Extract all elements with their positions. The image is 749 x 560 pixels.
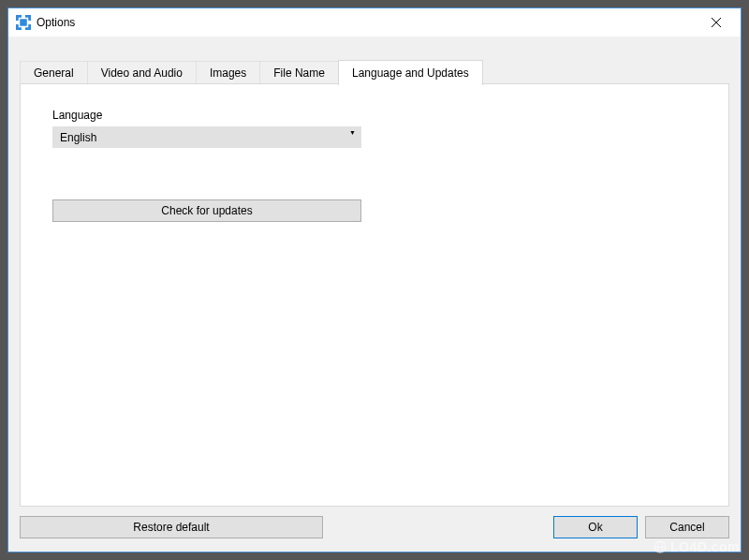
cancel-button[interactable]: Cancel [645, 516, 729, 538]
svg-rect-4 [16, 21, 19, 24]
tab-file-name[interactable]: File Name [259, 61, 338, 84]
restore-default-button[interactable]: Restore default [20, 516, 323, 538]
language-value: English [60, 131, 96, 144]
chevron-down-icon: ▼ [349, 129, 356, 136]
close-icon [712, 18, 721, 27]
dialog-footer: Restore default Ok Cancel [20, 514, 729, 540]
svg-rect-5 [28, 21, 31, 24]
window-title: Options [37, 16, 698, 29]
tab-label: File Name [273, 66, 325, 80]
close-button[interactable] [698, 9, 735, 36]
tab-language-updates[interactable]: Language and Updates [338, 60, 483, 85]
tab-general[interactable]: General [20, 61, 87, 84]
tab-label: General [34, 66, 74, 80]
button-label: Cancel [669, 521, 704, 534]
tab-page-language-updates: Language English ▼ Check for updates [20, 83, 729, 507]
check-updates-button[interactable]: Check for updates [52, 199, 361, 222]
button-label: Ok [588, 521, 602, 534]
tab-label: Video and Audio [101, 66, 183, 80]
button-label: Restore default [133, 521, 209, 534]
language-label: Language [52, 109, 697, 122]
app-icon [16, 15, 31, 30]
tab-label: Language and Updates [352, 66, 469, 80]
titlebar: Options [8, 8, 741, 37]
svg-rect-2 [22, 15, 25, 18]
svg-rect-3 [22, 27, 25, 30]
ok-button[interactable]: Ok [553, 516, 638, 538]
tab-images[interactable]: Images [196, 61, 259, 84]
tab-video-audio[interactable]: Video and Audio [87, 61, 196, 84]
tabstrip: General Video and Audio Images File Name… [20, 59, 483, 84]
language-dropdown[interactable]: English ▼ [52, 126, 361, 148]
options-dialog: Options General Video and Audio Images F… [7, 7, 742, 553]
button-label: Check for updates [161, 204, 252, 217]
tab-label: Images [210, 66, 246, 80]
client-area: General Video and Audio Images File Name… [8, 37, 741, 552]
